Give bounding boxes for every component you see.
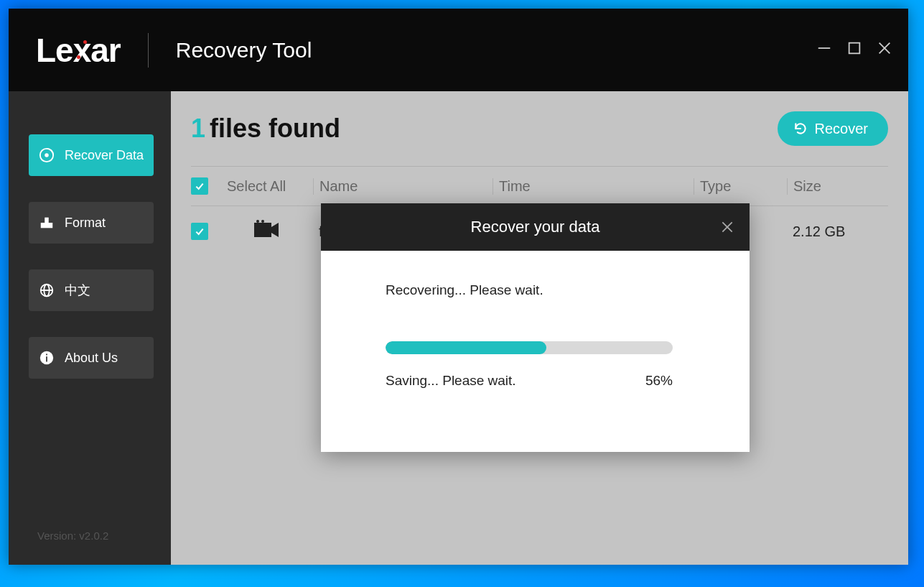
- column-time[interactable]: Time: [493, 178, 694, 195]
- divider: [148, 33, 149, 68]
- close-icon: [720, 220, 734, 234]
- sidebar-item-label: About Us: [65, 351, 118, 366]
- svg-point-16: [256, 220, 259, 223]
- column-type[interactable]: Type: [694, 178, 787, 195]
- sidebar-item-format[interactable]: Format: [29, 202, 154, 244]
- select-all-checkbox[interactable]: [191, 177, 208, 195]
- svg-rect-12: [46, 356, 47, 361]
- disk-recover-icon: [39, 147, 55, 163]
- files-found-heading: 1files found: [191, 114, 340, 144]
- progress-bar-fill: [386, 341, 546, 354]
- app-logo: Lexar Recovery Tool: [36, 31, 312, 70]
- maximize-button[interactable]: [844, 37, 865, 59]
- svg-rect-13: [46, 354, 47, 356]
- sidebar-item-label: Format: [65, 216, 106, 231]
- dialog-titlebar: Recover your data: [321, 203, 750, 251]
- video-file-icon: [254, 220, 279, 244]
- cell-size: 2.12 GB: [787, 223, 888, 240]
- recover-dialog: Recover your data Recovering... Please w…: [321, 203, 750, 452]
- column-size[interactable]: Size: [787, 178, 888, 195]
- files-found-label: files found: [210, 114, 340, 143]
- svg-point-17: [261, 220, 264, 223]
- sidebar-item-label: Recover Data: [65, 148, 144, 163]
- dialog-status-text: Recovering... Please wait.: [386, 282, 685, 298]
- sidebar-item-label: 中文: [65, 282, 90, 299]
- recover-button-label: Recover: [815, 121, 868, 137]
- minimize-button[interactable]: [813, 37, 835, 59]
- close-button[interactable]: [874, 37, 895, 59]
- info-icon: [39, 350, 55, 366]
- column-select-all[interactable]: Select All: [227, 178, 313, 195]
- sidebar-item-about[interactable]: About Us: [29, 337, 154, 379]
- svg-rect-14: [254, 223, 271, 237]
- table-header: Select All Name Time Type Size: [191, 166, 888, 206]
- svg-rect-1: [849, 43, 860, 54]
- refresh-icon: [793, 121, 808, 136]
- dialog-percent-text: 56%: [645, 373, 673, 389]
- files-count-number: 1: [191, 114, 205, 143]
- globe-icon: [39, 282, 55, 298]
- column-name[interactable]: Name: [313, 178, 493, 195]
- app-window: Lexar Recovery Tool Recover Data Form: [9, 9, 908, 565]
- progress-bar-track: [386, 341, 673, 354]
- dialog-title: Recover your data: [471, 218, 600, 236]
- svg-point-5: [45, 153, 49, 157]
- dialog-saving-text: Saving... Please wait.: [386, 373, 516, 389]
- format-icon: [39, 215, 55, 231]
- dialog-close-button[interactable]: [718, 218, 737, 236]
- sidebar-item-language[interactable]: 中文: [29, 269, 154, 311]
- svg-rect-6: [41, 223, 53, 228]
- titlebar: Lexar Recovery Tool: [9, 9, 908, 91]
- sidebar: Recover Data Format 中文 About Us Ve: [9, 91, 171, 565]
- version-label: Version: v2.0.2: [37, 530, 108, 542]
- svg-rect-7: [45, 218, 49, 223]
- recover-button[interactable]: Recover: [778, 111, 888, 146]
- svg-marker-15: [271, 223, 279, 237]
- brand-logo: Lexar: [36, 31, 121, 70]
- sidebar-item-recover-data[interactable]: Recover Data: [29, 134, 154, 176]
- app-subtitle: Recovery Tool: [176, 38, 312, 63]
- row-checkbox[interactable]: [191, 223, 208, 240]
